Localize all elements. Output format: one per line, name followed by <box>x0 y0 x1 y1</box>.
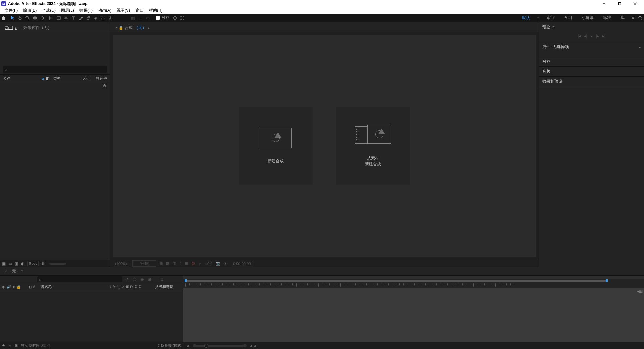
menu-edit[interactable]: 编辑(E) <box>20 8 39 13</box>
brush-tool[interactable] <box>77 14 85 22</box>
play-icon[interactable]: ▸ <box>591 34 593 38</box>
comp-tab-lock-icon[interactable]: 🔒 <box>119 26 123 30</box>
toggle-graph-icon[interactable]: ⊞ <box>15 343 18 348</box>
orbit-tool[interactable] <box>31 14 39 22</box>
rotate-tool[interactable] <box>39 14 46 22</box>
workspace-standard[interactable]: 标准 <box>598 14 616 22</box>
next-frame-icon[interactable]: |▸ <box>596 34 599 38</box>
first-frame-icon[interactable]: |◂ <box>578 34 581 38</box>
preview-panel-header[interactable]: 预览 ≡ <box>539 22 644 32</box>
menu-animation[interactable]: 动画(A) <box>95 8 114 13</box>
new-comp-icon[interactable]: ▣ <box>15 261 18 266</box>
workspace-overflow-icon[interactable]: » <box>629 14 637 22</box>
menu-help[interactable]: 帮助(H) <box>146 8 165 13</box>
properties-panel-menu-icon[interactable]: ≡ <box>639 45 641 49</box>
maximize-button[interactable] <box>612 0 627 7</box>
menu-view[interactable]: 视图(V) <box>114 8 133 13</box>
timeline-layers[interactable] <box>0 290 183 342</box>
time-ruler[interactable] <box>183 282 644 288</box>
video-col-icon[interactable]: ◉ <box>2 285 5 289</box>
toggle-switches-icon[interactable]: ⬘ <box>2 343 5 348</box>
close-button[interactable] <box>627 0 643 7</box>
label-col-icon[interactable]: ◧ <box>28 285 32 289</box>
bpc-button[interactable]: 8 bpc <box>27 261 39 266</box>
timeline-edge-icon[interactable]: ◂▦ <box>637 289 643 294</box>
timeline-tab[interactable]: × （无） ≡ <box>3 267 25 275</box>
timeline-tab-menu-icon[interactable]: ≡ <box>21 269 23 273</box>
workspace-default[interactable]: 默认 <box>517 14 535 22</box>
toggle-switch-mode-button[interactable]: 切换开关 /模式 <box>157 343 181 348</box>
adjust-icon[interactable]: ◐ <box>21 261 24 266</box>
timeline-graph[interactable]: ◂▦ <box>183 288 644 342</box>
toggle-modes-icon[interactable]: ☼ <box>8 344 11 348</box>
search-help-icon[interactable] <box>637 14 644 22</box>
hand-tool[interactable] <box>16 14 24 22</box>
zoom-tool[interactable] <box>24 14 31 22</box>
tab-effect-controls[interactable]: 效果控件（无） <box>21 23 54 32</box>
workspace-small[interactable]: 小屏幕 <box>577 14 598 22</box>
mode-toggle-1[interactable]: ▦ <box>129 14 137 22</box>
pen-tool[interactable] <box>62 14 70 22</box>
index-col-icon[interactable]: # <box>33 285 35 289</box>
mode-toggle-3[interactable]: ▭ <box>144 14 151 22</box>
col-size[interactable]: 大小 <box>76 76 90 81</box>
align-panel-header[interactable]: 对齐 <box>539 57 644 66</box>
timecode-display[interactable]: 0:00:00:00 <box>231 261 253 266</box>
timeline-toggle-2[interactable]: ⬡ <box>132 277 137 282</box>
timeline-zoom-slider[interactable] <box>193 345 247 347</box>
tab-project[interactable]: 项目 ≡ <box>3 23 19 32</box>
last-frame-icon[interactable]: ▸| <box>602 34 605 38</box>
snap-options-icon[interactable] <box>171 14 179 22</box>
effects-panel-header[interactable]: 效果和预设 <box>539 77 644 86</box>
viewer-guides-icon[interactable]: ▦ <box>185 261 188 266</box>
col-type[interactable]: 类型 <box>53 76 73 81</box>
project-search[interactable]: ⌕ <box>3 66 107 73</box>
clone-tool[interactable] <box>85 14 92 22</box>
expand-tool-icon[interactable] <box>179 14 186 22</box>
exposure-value[interactable]: +0.0 <box>205 262 213 266</box>
lock-col-icon[interactable]: 🔒 <box>16 285 21 289</box>
timeline-search[interactable]: ⌕ <box>37 276 122 282</box>
comp-tab-close-icon[interactable]: × <box>115 26 117 30</box>
menu-effect[interactable]: 效果(T) <box>77 8 95 13</box>
resolution-dropdown[interactable]: (完整) <box>132 260 156 267</box>
timeline-toggle-1[interactable]: ↺ <box>124 277 130 282</box>
composition-tab[interactable]: × 🔒 合成 （无） ≡ <box>113 23 152 32</box>
viewer-mask-icon[interactable]: ◫ <box>173 261 176 266</box>
zoom-dropdown[interactable]: (100%) <box>113 261 129 266</box>
audio-col-icon[interactable]: 🔊 <box>7 285 11 289</box>
menu-window[interactable]: 窗口 <box>133 8 146 13</box>
mode-toggle-2[interactable]: ⬚ <box>137 14 144 22</box>
timeline-toggle-4[interactable]: ⊞ <box>147 277 152 282</box>
zoom-in-icon[interactable]: ▲▲ <box>249 343 257 348</box>
parent-col[interactable]: 父级和链接 <box>155 284 183 289</box>
text-tool[interactable] <box>70 14 77 22</box>
workspace-learn[interactable]: 学习 <box>559 14 577 22</box>
selection-tool[interactable] <box>9 14 16 22</box>
label-col-icon[interactable]: ◧ <box>46 76 49 81</box>
menu-composition[interactable]: 合成(C) <box>39 8 58 13</box>
audio-panel-header[interactable]: 音频 <box>539 67 644 76</box>
col-fps[interactable]: 帧速率 <box>92 76 107 81</box>
new-folder-icon[interactable]: ▭ <box>8 261 12 266</box>
viewer-fast-preview-icon[interactable]: ▦ <box>159 261 163 266</box>
menu-file[interactable]: 文件(F) <box>2 8 20 13</box>
preview-panel-menu-icon[interactable]: ≡ <box>552 25 554 29</box>
roto-tool[interactable] <box>99 14 107 22</box>
zoom-out-icon[interactable]: ▲ <box>186 343 190 348</box>
sort-icon[interactable]: ▲ <box>41 76 45 81</box>
rect-tool[interactable] <box>55 14 62 22</box>
new-composition-card[interactable]: 新建合成 <box>239 107 313 185</box>
viewer-channel-icon[interactable]: ⬡ <box>192 261 195 266</box>
puppet-tool[interactable] <box>107 14 114 22</box>
timeline-toggle-3[interactable]: ◉ <box>139 277 145 282</box>
tab-project-menu-icon[interactable]: ≡ <box>15 26 17 30</box>
eraser-tool[interactable] <box>92 14 99 22</box>
viewer-show-snapshot-icon[interactable]: 👁 <box>224 262 227 266</box>
minimize-button[interactable] <box>596 0 612 7</box>
snap-checkbox-input[interactable] <box>156 16 160 20</box>
menu-layer[interactable]: 图层(L) <box>58 8 77 13</box>
project-thumb-slider[interactable] <box>49 263 66 265</box>
prev-frame-icon[interactable]: ◂| <box>584 34 587 38</box>
interpret-footage-icon[interactable]: ▣ <box>2 261 6 266</box>
